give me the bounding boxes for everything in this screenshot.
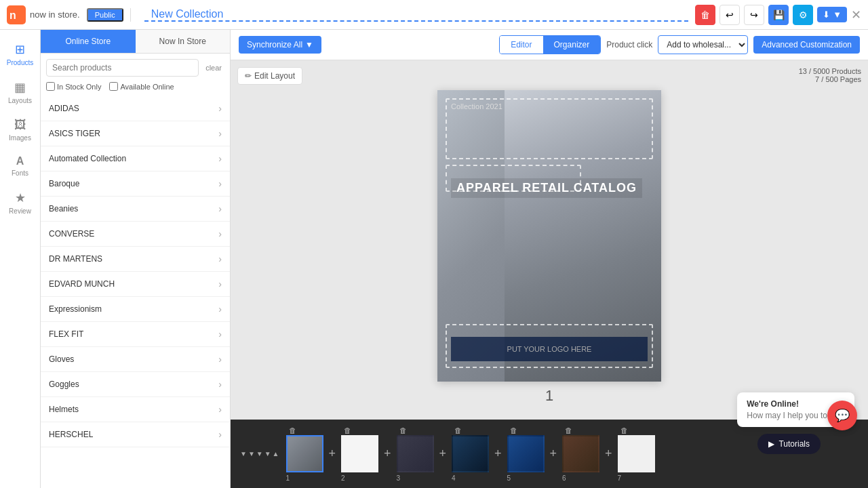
collection-item-name: DR MARTENS	[49, 254, 102, 264]
thumb-add-icon[interactable]: +	[381, 447, 394, 461]
collection-item-name: CONVERSE	[49, 229, 94, 239]
product-click-select[interactable]: Add to wholesal...	[658, 35, 748, 54]
edit-layout-button[interactable]: ✏ Edit Layout	[237, 67, 302, 85]
settings-button[interactable]: ⚙	[793, 5, 813, 25]
collection-item[interactable]: ASICS TIGER›	[41, 121, 230, 146]
thumb-item: 🗑 4	[452, 425, 489, 483]
sync-button[interactable]: Synchronize All ▼	[239, 36, 321, 54]
sidebar-item-layouts[interactable]: ▦ Layouts	[0, 75, 40, 110]
thumb-delete-5[interactable]: 🗑	[507, 426, 520, 435]
collection-item-name: Automated Collection	[49, 154, 126, 163]
filter-in-stock-checkbox[interactable]	[46, 82, 55, 91]
thumb-add-icon[interactable]: +	[437, 447, 450, 461]
tab-online-store[interactable]: Online Store	[41, 30, 136, 53]
collection-item-name: FLEX FIT	[49, 329, 83, 339]
page-canvas[interactable]: Collection 2021 APPAREL RETAIL CATALOG P…	[437, 90, 661, 382]
collection-item[interactable]: EDVARD MUNCH›	[41, 272, 230, 297]
chat-button[interactable]: 💬	[827, 401, 857, 430]
sidebar-item-products[interactable]: ⊞ Products	[0, 37, 40, 72]
sidebar-nav: ⊞ Products ▦ Layouts 🖼 Images A Fonts ★ …	[0, 30, 41, 488]
thumb-4[interactable]	[452, 435, 489, 472]
page-count: 7 / 500 Pages	[799, 75, 861, 83]
fonts-icon: A	[16, 155, 24, 167]
collection-item-name: Expressionism	[49, 304, 102, 314]
thumb-2[interactable]	[341, 435, 378, 472]
collection-item[interactable]: DR MARTENS›	[41, 247, 230, 272]
save-button[interactable]: 💾	[768, 5, 789, 25]
logo-text: now in store.	[30, 9, 80, 20]
filter-row: In Stock Only Available Online	[41, 82, 230, 96]
thumb-delete-7[interactable]: 🗑	[618, 426, 631, 435]
download-button[interactable]: ⬇ ▼	[817, 7, 847, 22]
public-badge-button[interactable]: Public	[87, 8, 123, 22]
thumb-delete-4[interactable]: 🗑	[452, 426, 465, 435]
filter-available-online-checkbox[interactable]	[109, 82, 118, 91]
thumb-item: 🗑 1	[286, 425, 323, 483]
sidebar-label-review: Review	[9, 207, 31, 215]
clear-button[interactable]: clear	[203, 59, 224, 77]
collection-arrow-icon: ›	[218, 354, 222, 365]
collection-arrow-icon: ›	[218, 379, 222, 390]
thumb-number-3: 3	[397, 474, 401, 482]
collection-item[interactable]: Expressionism›	[41, 297, 230, 322]
thumb-number-6: 6	[562, 474, 566, 482]
thumb-number-1: 1	[286, 474, 290, 482]
logo: n now in store.	[7, 5, 80, 24]
thumb-1[interactable]	[286, 435, 323, 472]
thumb-6[interactable]	[562, 435, 599, 472]
collection-item[interactable]: Beanies›	[41, 197, 230, 222]
thumb-add-icon[interactable]: +	[602, 447, 615, 461]
collection-item[interactable]: FLEX FIT›	[41, 322, 230, 347]
toolbar-right: Editor Organizer Product click Add to wh…	[499, 35, 860, 54]
thumb-add-icon[interactable]: +	[547, 447, 560, 461]
images-icon: 🖼	[14, 118, 26, 132]
collection-item-name: ADIDAS	[49, 104, 79, 113]
collection-item[interactable]: Automated Collection›	[41, 146, 230, 171]
thumb-number-5: 5	[507, 474, 511, 482]
collection-title[interactable]: New Collection	[144, 8, 688, 22]
sidebar-label-fonts: Fonts	[12, 169, 28, 177]
thumb-delete-2[interactable]: 🗑	[341, 426, 354, 435]
tutorials-button[interactable]: ▶ Tutorials	[757, 434, 821, 454]
thumb-5[interactable]	[507, 435, 545, 472]
thumb-7[interactable]	[618, 435, 655, 472]
sidebar-label-layouts: Layouts	[8, 97, 32, 104]
collection-item[interactable]: Gloves›	[41, 347, 230, 372]
thumb-delete-3[interactable]: 🗑	[397, 426, 410, 435]
edit-pencil-icon: ✏	[245, 71, 252, 81]
delete-button[interactable]: 🗑	[695, 5, 715, 25]
tab-now-in-store[interactable]: Now In Store	[136, 30, 231, 53]
collection-item[interactable]: Helmets›	[41, 397, 230, 422]
thumb-add-icon[interactable]: +	[492, 447, 505, 461]
collection-item[interactable]: Baroque›	[41, 171, 230, 197]
thumb-number-2: 2	[341, 474, 345, 482]
thumb-item: 🗑 3	[397, 425, 434, 483]
filter-available-online-label[interactable]: Available Online	[109, 82, 174, 91]
undo-button[interactable]: ↩	[719, 5, 740, 25]
thumb-delete-1[interactable]: 🗑	[286, 426, 299, 435]
advanced-customization-button[interactable]: Advanced Customization	[753, 36, 860, 54]
sidebar-item-images[interactable]: 🖼 Images	[0, 113, 40, 147]
collection-item[interactable]: HERSCHEL›	[41, 422, 230, 447]
thumb-add-icon[interactable]: +	[326, 447, 339, 461]
close-button[interactable]: ✕	[851, 7, 861, 22]
thumb-delete-6[interactable]: 🗑	[562, 426, 575, 435]
thumb-item: 🗑 6	[562, 425, 599, 483]
collection-item-name: Goggles	[49, 380, 79, 389]
download-icon: ⬇	[823, 9, 830, 20]
sidebar-item-review[interactable]: ★ Review	[0, 185, 40, 220]
sync-chevron-icon: ▼	[305, 40, 313, 49]
tutorials-label: Tutorials	[778, 439, 810, 449]
sidebar-item-fonts[interactable]: A Fonts	[0, 150, 40, 182]
collection-item[interactable]: CONVERSE›	[41, 222, 230, 247]
search-input[interactable]	[46, 59, 199, 77]
collection-item[interactable]: Goggles›	[41, 372, 230, 397]
redo-button[interactable]: ↪	[744, 5, 764, 25]
organizer-button[interactable]: Organizer	[543, 36, 601, 54]
editor-button[interactable]: Editor	[500, 36, 542, 54]
collection-item[interactable]: ADIDAS›	[41, 96, 230, 121]
filter-in-stock-label[interactable]: In Stock Only	[46, 82, 101, 91]
thumb-3[interactable]	[397, 435, 434, 472]
canvas-logo-area: PUT YOUR LOGO HERE	[451, 337, 648, 361]
collection-arrow-icon: ›	[218, 329, 222, 340]
